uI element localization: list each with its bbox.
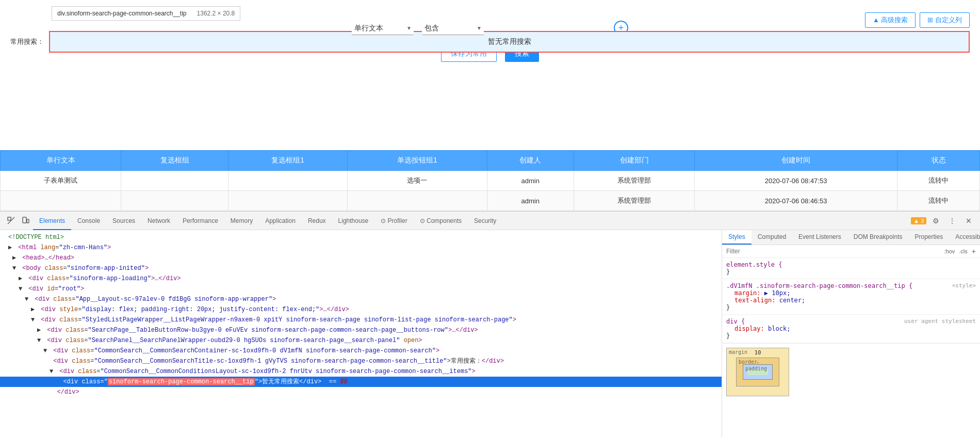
style-block-div: div { user agent stylesheet display: blo… bbox=[722, 315, 980, 343]
tooltip-dimensions: 1362.2 × 20.8 bbox=[197, 10, 235, 17]
cell-name: 子表单测试 bbox=[1, 171, 121, 191]
col-header-0: 单行文本 bbox=[1, 151, 121, 171]
cell-checkbox-group1 bbox=[228, 171, 348, 191]
style-closing: } bbox=[726, 304, 976, 311]
html-line: ▼ <div class="CommonSearch__CommonSearch… bbox=[0, 346, 722, 356]
cell-name bbox=[1, 191, 121, 211]
styles-tab-properties[interactable]: Properties bbox=[908, 230, 949, 245]
tab-redux[interactable]: Redux bbox=[302, 212, 332, 230]
col-header-3: 单选按钮组1 bbox=[348, 151, 487, 171]
html-line: </div> bbox=[0, 387, 722, 397]
filter-plus[interactable]: + bbox=[972, 247, 976, 255]
tab-memory[interactable]: Memory bbox=[224, 212, 259, 230]
box-model-area: margin 10 border - padding bbox=[722, 343, 980, 402]
tooltip-element-name: div.sinoform-search-page-common-search__… bbox=[57, 10, 187, 17]
tab-elements[interactable]: Elements bbox=[33, 212, 71, 230]
html-line: ▼ <body class="sinoform-app-inited"> bbox=[0, 263, 722, 273]
tab-components[interactable]: ⊙ Components bbox=[414, 212, 468, 230]
cell-status: 流转中 bbox=[897, 171, 980, 191]
col-header-7: 状态 bbox=[897, 151, 980, 171]
tab-performance[interactable]: Performance bbox=[176, 212, 224, 230]
style-prop-text-align: text-align: center; bbox=[726, 297, 976, 304]
html-line: ▶ <div style="display: flex; padding-rig… bbox=[0, 304, 722, 315]
styles-tab-dom-breakpoints[interactable]: DOM Breakpoints bbox=[847, 230, 909, 245]
html-line: <!DOCTYPE html> bbox=[0, 232, 722, 242]
tab-security[interactable]: Security bbox=[468, 212, 502, 230]
col-header-6: 创建时间 bbox=[695, 151, 897, 171]
style-block-tip: .dV1mfN .sinoform-search-page-common-sea… bbox=[722, 279, 980, 315]
cell-checkbox-group1 bbox=[228, 191, 348, 211]
page-area: div.sinoform-search-page-common-search__… bbox=[0, 0, 980, 212]
tab-sources[interactable]: Sources bbox=[106, 212, 141, 230]
col-header-2: 复选框组1 bbox=[228, 151, 348, 171]
style-prop-margin: margin: ▶ 10px; bbox=[726, 289, 976, 297]
common-search-label-row: 常用搜索： 暂无常用搜索 bbox=[10, 31, 970, 53]
advanced-search-button[interactable]: ▲ 高级搜索 bbox=[865, 12, 916, 28]
top-right-buttons: ▲ 高级搜索 ⊞ 自定义列 bbox=[865, 12, 970, 28]
tab-application[interactable]: Application bbox=[259, 212, 302, 230]
field-type-select[interactable]: 单行文本 bbox=[352, 21, 414, 35]
close-devtools-button[interactable]: ✕ bbox=[961, 214, 976, 228]
styles-panel: Styles Computed Event Listeners DOM Brea… bbox=[722, 230, 980, 437]
devtools-area: Elements Console Sources Network Perform… bbox=[0, 212, 980, 437]
cell-radio-group1 bbox=[348, 191, 487, 211]
warning-badge: ▲ 3 bbox=[911, 217, 926, 224]
styles-tab-styles[interactable]: Styles bbox=[722, 230, 752, 245]
cell-dept: 系统管理部 bbox=[574, 191, 694, 211]
cell-creator: admin bbox=[487, 191, 574, 211]
style-selector: element.style { bbox=[726, 261, 976, 268]
style-closing: } bbox=[726, 268, 976, 276]
filter-cls[interactable]: .cls bbox=[959, 248, 968, 254]
styles-tab-computed[interactable]: Computed bbox=[752, 230, 792, 245]
cell-creator: admin bbox=[487, 171, 574, 191]
tab-lighthouse[interactable]: Lighthouse bbox=[332, 212, 375, 230]
element-tooltip: div.sinoform-search-page-common-search__… bbox=[52, 6, 240, 21]
styles-tab-event-listeners[interactable]: Event Listeners bbox=[792, 230, 847, 245]
devtools-toolbar: Elements Console Sources Network Perform… bbox=[0, 212, 980, 230]
cell-checkbox-group bbox=[121, 171, 228, 191]
html-line: ▼ <div class="StyledListPageWrapper__Lis… bbox=[0, 315, 722, 325]
style-prop-display: display: block; bbox=[726, 325, 976, 332]
styles-tab-accessibility[interactable]: Accessibility bbox=[949, 230, 980, 245]
condition-type-select[interactable]: 包含 bbox=[422, 21, 484, 35]
tab-network[interactable]: Network bbox=[141, 212, 176, 230]
style-selector-row: .dV1mfN .sinoform-search-page-common-sea… bbox=[726, 282, 976, 289]
col-header-1: 复选框组 bbox=[121, 151, 228, 171]
svg-rect-0 bbox=[8, 217, 11, 220]
table-row[interactable]: 子表单测试 选项一 admin 系统管理部 2020-07-06 08:47:5… bbox=[1, 171, 980, 191]
more-options-button[interactable]: ⋮ bbox=[945, 214, 959, 228]
html-panel[interactable]: <!DOCTYPE html> ▶ <html lang="zh-cmn-Han… bbox=[0, 230, 722, 437]
cell-time: 2020-07-06 08:46:53 bbox=[695, 191, 897, 211]
styles-filter-input[interactable] bbox=[726, 248, 940, 255]
tab-console[interactable]: Console bbox=[71, 212, 106, 230]
style-block-element: element.style { } bbox=[722, 258, 980, 279]
common-search-label: 常用搜索： bbox=[10, 37, 44, 46]
cell-radio-group1: 选项一 bbox=[348, 171, 487, 191]
html-line: ▶ <head>…</head> bbox=[0, 253, 722, 263]
customize-columns-button[interactable]: ⊞ 自定义列 bbox=[920, 12, 970, 28]
styles-tabs: Styles Computed Event Listeners DOM Brea… bbox=[722, 230, 980, 245]
doctype-comment: <!DOCTYPE html> bbox=[8, 234, 64, 241]
html-line-highlighted[interactable]: <div class="sinoform-search-page-common-… bbox=[0, 377, 722, 387]
html-line: ▼ <div class="App__Layout-sc-97alev-0 fd… bbox=[0, 294, 722, 304]
settings-button[interactable]: ⚙ bbox=[928, 214, 943, 228]
inspect-element-button[interactable] bbox=[4, 214, 19, 228]
svg-rect-3 bbox=[27, 219, 29, 223]
col-header-4: 创建人 bbox=[487, 151, 574, 171]
table-row[interactable]: admin 系统管理部 2020-07-06 08:46:53 流转中 bbox=[1, 191, 980, 211]
condition-type-select-wrapper: 包含 ▼ bbox=[422, 21, 484, 35]
html-line: ▼ <div class="SearchPanel__SearchPanelWr… bbox=[0, 335, 722, 346]
col-header-5: 创建部门 bbox=[574, 151, 694, 171]
html-line: ▼ <div class="CommonSearch__CommonCondit… bbox=[0, 366, 722, 377]
data-table: 单行文本 复选框组 复选框组1 单选按钮组1 创建人 创建部门 创建时间 状态 … bbox=[0, 150, 980, 211]
html-line: ▶ <div class="SearchPage__TableButtonRow… bbox=[0, 325, 722, 335]
device-toolbar-button[interactable] bbox=[19, 214, 33, 228]
filter-pseudo[interactable]: :hov bbox=[944, 248, 955, 254]
cell-time: 2020-07-06 08:47:53 bbox=[695, 171, 897, 191]
tab-profiler[interactable]: ⊙ Profiler bbox=[374, 212, 413, 230]
cell-checkbox-group bbox=[121, 191, 228, 211]
html-line: ▼ <div id="root"> bbox=[0, 284, 722, 294]
common-search-tip-box: 暂无常用搜索 bbox=[49, 31, 970, 53]
devtools-toolbar-right: ▲ 3 ⚙ ⋮ ✕ bbox=[911, 214, 976, 228]
common-search-section: 常用搜索： 暂无常用搜索 bbox=[0, 31, 980, 53]
